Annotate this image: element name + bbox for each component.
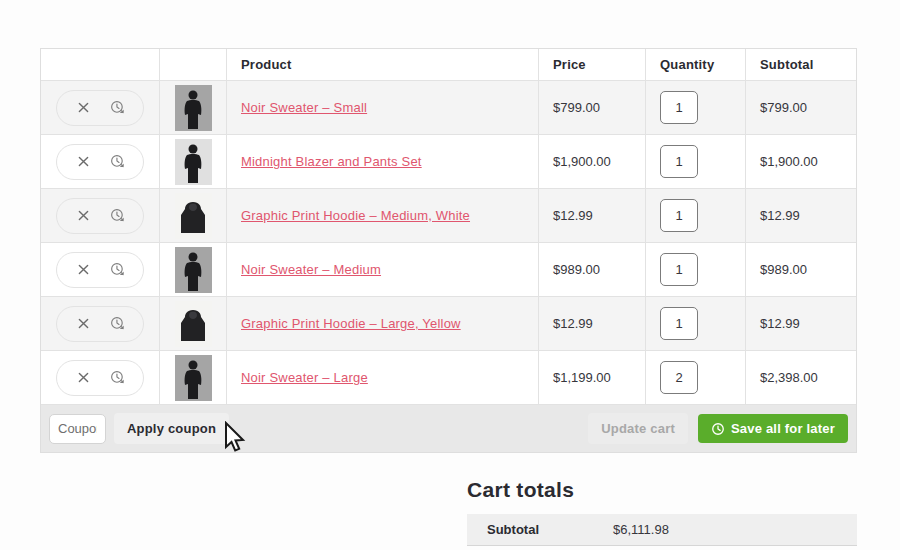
quantity-input[interactable] (660, 91, 698, 124)
cart-actions-bar: Apply coupon Update cart Save all for la… (41, 405, 856, 452)
subtotal-cell: $799.00 (746, 81, 856, 134)
subtotal-cell: $989.00 (746, 243, 856, 296)
product-link[interactable]: Noir Sweater – Large (241, 370, 368, 385)
product-link[interactable]: Graphic Print Hoodie – Medium, White (241, 208, 470, 223)
product-cell: Midnight Blazer and Pants Set (227, 135, 539, 188)
clock-restore-icon (109, 369, 126, 386)
row-actions-pill (56, 306, 144, 342)
product-thumbnail[interactable] (175, 301, 212, 347)
price-value: $12.99 (553, 316, 593, 331)
clock-restore-icon (109, 315, 126, 332)
x-icon (77, 101, 90, 114)
product-thumbnail[interactable] (175, 85, 212, 131)
subtotal-cell: $12.99 (746, 297, 856, 350)
cart-totals-subtotal-row: Subtotal $6,111.98 (467, 514, 857, 546)
quantity-input[interactable] (660, 253, 698, 286)
remove-item-button[interactable] (73, 206, 93, 226)
header-quantity: Quantity (646, 49, 746, 80)
remove-item-button[interactable] (73, 314, 93, 334)
price-cell: $12.99 (539, 297, 646, 350)
remove-item-button[interactable] (73, 260, 93, 280)
cart-row: Midnight Blazer and Pants Set $1,900.00 … (41, 135, 856, 189)
row-subtotal-value: $1,900.00 (760, 154, 818, 169)
coupon-input[interactable] (49, 414, 106, 444)
remove-item-button[interactable] (73, 152, 93, 172)
row-actions-pill (56, 360, 144, 396)
subtotal-value: $6,111.98 (613, 522, 669, 537)
row-subtotal-value: $799.00 (760, 100, 807, 115)
product-cell: Noir Sweater – Medium (227, 243, 539, 296)
price-value: $12.99 (553, 208, 593, 223)
product-link[interactable]: Graphic Print Hoodie – Large, Yellow (241, 316, 461, 331)
subtotal-label: Subtotal (487, 522, 613, 537)
remove-item-button[interactable] (73, 98, 93, 118)
clock-restore-icon (109, 99, 126, 116)
price-cell: $12.99 (539, 189, 646, 242)
product-link[interactable]: Noir Sweater – Medium (241, 262, 381, 277)
remove-item-button[interactable] (73, 368, 93, 388)
price-value: $1,199.00 (553, 370, 611, 385)
product-thumbnail[interactable] (175, 355, 212, 401)
quantity-cell (646, 351, 746, 404)
row-actions-pill (56, 198, 144, 234)
save-all-for-later-button[interactable]: Save all for later (698, 414, 848, 443)
save-for-later-button[interactable] (107, 98, 127, 118)
save-all-for-later-label: Save all for later (731, 421, 835, 436)
thumbnail-cell (160, 297, 227, 350)
save-for-later-button[interactable] (107, 206, 127, 226)
thumbnail-cell (160, 243, 227, 296)
save-for-later-button[interactable] (107, 152, 127, 172)
cart-row: Noir Sweater – Medium $989.00 $989.00 (41, 243, 856, 297)
product-link[interactable]: Midnight Blazer and Pants Set (241, 154, 422, 169)
product-cell: Graphic Print Hoodie – Large, Yellow (227, 297, 539, 350)
row-subtotal-value: $2,398.00 (760, 370, 818, 385)
quantity-cell (646, 297, 746, 350)
x-icon (77, 371, 90, 384)
product-thumbnail[interactable] (175, 247, 212, 293)
row-actions-cell (41, 297, 160, 350)
coupon-group: Apply coupon (49, 413, 229, 444)
save-for-later-button[interactable] (107, 368, 127, 388)
x-icon (77, 317, 90, 330)
price-value: $799.00 (553, 100, 600, 115)
price-cell: $1,900.00 (539, 135, 646, 188)
price-cell: $1,199.00 (539, 351, 646, 404)
apply-coupon-button[interactable]: Apply coupon (114, 413, 229, 444)
x-icon (77, 209, 90, 222)
update-cart-button[interactable]: Update cart (588, 413, 688, 444)
price-value: $1,900.00 (553, 154, 611, 169)
quantity-input[interactable] (660, 307, 698, 340)
cart-row: Noir Sweater – Small $799.00 $799.00 (41, 81, 856, 135)
product-thumbnail[interactable] (175, 139, 212, 185)
save-for-later-button[interactable] (107, 314, 127, 334)
save-for-later-button[interactable] (107, 260, 127, 280)
thumbnail-cell (160, 135, 227, 188)
cart-table-header: Product Price Quantity Subtotal (41, 49, 856, 81)
row-actions-cell (41, 351, 160, 404)
product-cell: Noir Sweater – Small (227, 81, 539, 134)
cart-row: Graphic Print Hoodie – Medium, White $12… (41, 189, 856, 243)
subtotal-cell: $1,900.00 (746, 135, 856, 188)
quantity-input[interactable] (660, 199, 698, 232)
row-actions-cell (41, 81, 160, 134)
cart-row: Graphic Print Hoodie – Large, Yellow $12… (41, 297, 856, 351)
quantity-cell (646, 189, 746, 242)
clock-restore-icon (109, 207, 126, 224)
row-actions-cell (41, 243, 160, 296)
price-cell: $989.00 (539, 243, 646, 296)
cart-table: Product Price Quantity Subtotal (40, 48, 857, 453)
header-product: Product (227, 49, 539, 80)
x-icon (77, 155, 90, 168)
cart-totals-title: Cart totals (467, 478, 857, 502)
header-price: Price (539, 49, 646, 80)
cart-row: Noir Sweater – Large $1,199.00 $2,398.00 (41, 351, 856, 405)
product-thumbnail[interactable] (175, 193, 212, 239)
product-link[interactable]: Noir Sweater – Small (241, 100, 367, 115)
subtotal-cell: $12.99 (746, 189, 856, 242)
quantity-input[interactable] (660, 145, 698, 178)
subtotal-cell: $2,398.00 (746, 351, 856, 404)
header-actions-cell (41, 49, 160, 80)
thumbnail-cell (160, 189, 227, 242)
thumbnail-cell (160, 351, 227, 404)
quantity-input[interactable] (660, 361, 698, 394)
